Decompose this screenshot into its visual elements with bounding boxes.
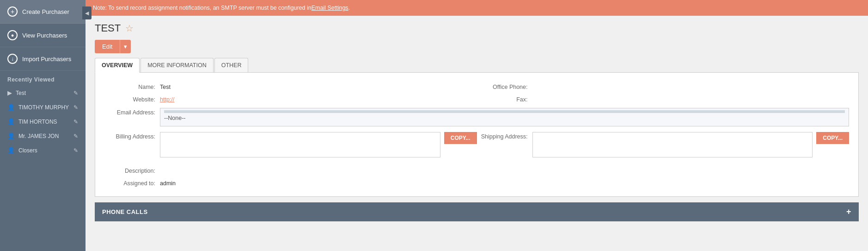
person-icon-closers: 👤 <box>7 147 15 154</box>
star-icon[interactable]: ☆ <box>125 23 134 34</box>
sidebar: + Create Purchaser ● View Purchasers ↓ I… <box>0 0 86 251</box>
name-value: Test <box>160 82 171 90</box>
copy-shipping-button[interactable]: COPY... <box>816 132 849 144</box>
content-panel: Name: Test Office Phone: Website: http:/… <box>95 73 859 197</box>
fax-label: Fax: <box>477 95 532 103</box>
email-label: Email Address: <box>104 108 160 116</box>
person-icon-james: 👤 <box>7 132 15 139</box>
view-purchasers-icon: ● <box>7 30 18 40</box>
sidebar-recent-label-timothy: TIMOTHY MURPHY <box>18 104 69 111</box>
page-header: TEST ☆ <box>86 16 868 38</box>
email-table: --None-- <box>160 108 849 126</box>
name-label: Name: <box>104 82 160 90</box>
email-section: Email Address: --None-- <box>104 108 849 126</box>
sidebar-recent-item-closers[interactable]: 👤 Closers ✎ <box>0 143 86 157</box>
form-section-main: Name: Test Office Phone: Website: http:/… <box>104 80 849 105</box>
main-content: Note: To send record assignment notifica… <box>86 0 868 251</box>
address-section: Billing Address: COPY... Shipping Addres… <box>104 130 849 159</box>
billing-address-block: Billing Address: COPY... <box>104 130 477 159</box>
description-label: Description: <box>104 166 160 174</box>
create-purchaser-icon: + <box>7 6 18 17</box>
tabs-bar: OVERVIEW MORE INFORMATION OTHER <box>95 58 859 73</box>
sidebar-recent-item-tim-hortons[interactable]: 👤 TIM HORTONS ✎ <box>0 114 86 129</box>
recently-viewed-title: Recently Viewed <box>0 71 86 86</box>
sidebar-recent-item-james[interactable]: 👤 Mr. JAMES JON ✎ <box>0 129 86 143</box>
edit-icon-james[interactable]: ✎ <box>73 133 78 139</box>
person-icon-tim: 👤 <box>7 118 15 125</box>
sidebar-item-import-purchasers[interactable]: ↓ Import Purchasers <box>0 47 86 71</box>
sidebar-recent-item-test[interactable]: ▶ Test ✎ <box>0 86 86 100</box>
website-row: Website: http:// <box>104 93 477 105</box>
edit-icon-closers[interactable]: ✎ <box>73 147 78 154</box>
sidebar-recent-label-test: Test <box>16 90 26 96</box>
alert-banner: Note: To send record assignment notifica… <box>86 0 868 16</box>
fax-row: Fax: <box>477 93 850 105</box>
office-phone-row: Office Phone: <box>477 80 850 93</box>
shipping-address-field <box>532 132 813 157</box>
import-purchasers-icon: ↓ <box>7 54 18 64</box>
tab-overview[interactable]: OVERVIEW <box>95 58 140 73</box>
website-label: Website: <box>104 95 160 103</box>
billing-address-field <box>160 132 440 157</box>
sidebar-recent-label-tim: TIM HORTONS <box>18 119 57 125</box>
email-settings-link[interactable]: Email Settings <box>312 5 348 11</box>
misc-section: Description: Assigned to: admin <box>104 164 849 189</box>
name-row: Name: Test <box>104 80 477 93</box>
page-title: TEST <box>95 22 121 34</box>
assigned-row: Assigned to: admin <box>104 176 849 189</box>
tab-more-information[interactable]: MORE INFORMATION <box>141 58 214 72</box>
sidebar-collapse-button[interactable]: ◀ <box>82 6 92 19</box>
alert-suffix: . <box>348 5 350 11</box>
alert-text: Note: To send record assignment notifica… <box>93 5 312 11</box>
add-phone-call-button[interactable]: + <box>846 207 851 217</box>
person-icon-timothy: 👤 <box>7 104 15 111</box>
assigned-label: Assigned to: <box>104 179 160 187</box>
edit-icon-timothy[interactable]: ✎ <box>73 104 78 111</box>
sidebar-item-create-purchaser-label: Create Purchaser <box>22 8 69 15</box>
sidebar-item-import-purchasers-label: Import Purchasers <box>22 56 71 63</box>
edit-icon-tim[interactable]: ✎ <box>73 119 78 125</box>
edit-icon-test[interactable]: ✎ <box>73 90 78 96</box>
sidebar-item-create-purchaser[interactable]: + Create Purchaser <box>0 0 86 24</box>
shipping-address-block: Shipping Address: COPY... <box>477 130 850 159</box>
phone-calls-title: PHONE CALLS <box>102 208 148 215</box>
assigned-value: admin <box>160 179 176 187</box>
edit-area: Edit ▾ <box>86 38 868 58</box>
billing-label: Billing Address: <box>104 132 160 140</box>
office-phone-label: Office Phone: <box>477 82 532 90</box>
sidebar-recent-label-james: Mr. JAMES JON <box>18 133 59 139</box>
tab-other[interactable]: OTHER <box>214 58 249 72</box>
edit-button[interactable]: Edit <box>95 40 120 53</box>
phone-calls-bar: PHONE CALLS + <box>95 202 859 221</box>
sidebar-item-view-purchasers[interactable]: ● View Purchasers <box>0 24 86 47</box>
sidebar-recent-label-closers: Closers <box>18 147 37 154</box>
sidebar-item-view-purchasers-label: View Purchasers <box>22 32 67 39</box>
copy-billing-button[interactable]: COPY... <box>444 132 477 144</box>
edit-dropdown-button[interactable]: ▾ <box>120 40 131 53</box>
website-value[interactable]: http:// <box>160 95 174 103</box>
shipping-label: Shipping Address: <box>477 132 532 140</box>
email-value: --None-- <box>164 115 186 121</box>
sidebar-recent-item-timothy[interactable]: 👤 TIMOTHY MURPHY ✎ <box>0 100 86 114</box>
email-table-header <box>164 110 845 113</box>
person-icon-test: ▶ <box>7 89 12 96</box>
description-row: Description: <box>104 164 849 176</box>
